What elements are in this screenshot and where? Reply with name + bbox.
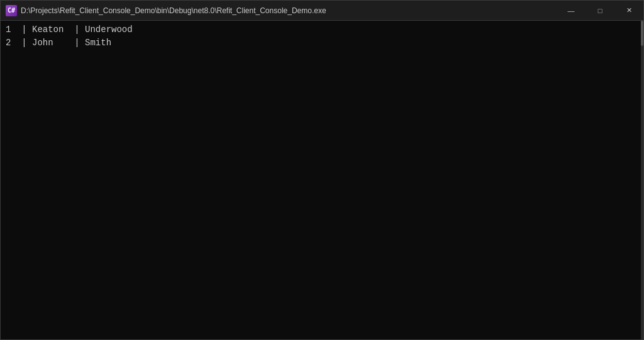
console-line-2: 2 | John | Smith (6, 36, 638, 50)
console-line-1: 1 | Keaton | Underwood (6, 23, 638, 36)
console-window: C# D:\Projects\Refit_Client_Console_Demo… (0, 0, 644, 340)
minimize-button[interactable]: — (557, 1, 586, 21)
window-title: D:\Projects\Refit_Client_Console_Demo\bi… (21, 6, 326, 15)
title-bar-left: C# D:\Projects\Refit_Client_Console_Demo… (6, 5, 557, 16)
scrollbar-thumb[interactable] (641, 21, 643, 46)
maximize-button[interactable]: □ (586, 1, 614, 21)
scrollbar[interactable] (641, 21, 643, 339)
title-bar: C# D:\Projects\Refit_Client_Console_Demo… (1, 1, 643, 21)
app-icon: C# (6, 5, 17, 16)
close-button[interactable]: ✕ (614, 1, 643, 21)
window-controls: — □ ✕ (557, 1, 643, 21)
console-output: 1 | Keaton | Underwood 2 | John | Smith (1, 21, 643, 339)
